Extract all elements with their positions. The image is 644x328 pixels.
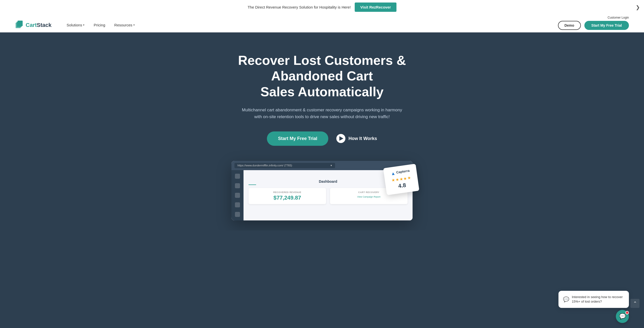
banner-text: The Direct Revenue Recovery Solution for… [248,5,351,9]
svg-rect-2 [18,21,23,26]
sidebar-nav-icon-2[interactable] [235,183,240,188]
star-2: ★ [395,177,399,182]
top-banner: The Direct Revenue Recovery Solution for… [0,0,644,14]
solutions-chevron-icon: ▾ [83,23,85,27]
banner-arrow-icon[interactable]: ❯ [636,4,640,10]
solutions-nav-link[interactable]: Solutions ▾ [67,23,85,27]
star-5: ★ [407,175,411,180]
hero-subtext: Multichannel cart abandonment & customer… [242,107,403,120]
star-4: ★ [403,176,407,181]
visit-rezrecover-button[interactable]: Visit RezRecover [355,3,396,12]
how-it-works-button[interactable]: How It Works [336,134,377,143]
recovered-revenue-card: RECOVERED REVENUE $77,249.87 [249,188,326,204]
navbar: Customer Login CartStack Solutions ▾ Pri… [0,14,644,32]
url-chevron-icon: ▾ [331,164,332,167]
resources-chevron-icon: ▾ [133,23,135,27]
dashboard-preview: https://www.dundermifflin.infinity.com/ … [231,161,413,220]
star-3: ★ [399,176,404,182]
sidebar-nav-icon-1[interactable] [235,174,240,179]
recovered-revenue-value: $77,249.87 [253,195,322,201]
nav-trial-button[interactable]: Start My Free Trial [584,21,629,30]
logo-icon [15,21,24,30]
dashboard-title: Dashboard [249,179,408,183]
dashboard-title-underline [249,184,256,185]
sidebar-nav-icon-3[interactable] [235,193,240,198]
dashboard-stats: RECOVERED REVENUE $77,249.87 CART RECOVE… [249,188,408,204]
logo-text: CartStack [26,22,52,28]
hero-heading: Recover Lost Customers & Abandoned Cart … [221,53,423,100]
browser-url: https://www.dundermifflin.infinity.com/ … [234,163,335,168]
nav-links: Solutions ▾ Pricing Resources ▾ [67,23,135,27]
pricing-nav-link[interactable]: Pricing [94,23,105,27]
dashboard-sidebar [231,170,244,220]
resources-nav-link[interactable]: Resources ▾ [114,23,135,27]
star-1: ★ [391,177,395,183]
dashboard-date: July 30, 2020 [249,174,408,177]
recovered-revenue-label: RECOVERED REVENUE [253,191,322,194]
logo-link[interactable]: CartStack [15,21,52,30]
customer-login-link[interactable]: Customer Login [608,14,629,19]
view-campaign-link[interactable]: View Campaign Report [334,196,404,198]
nav-actions: Demo Start My Free Trial [558,21,629,30]
demo-button[interactable]: Demo [558,21,581,30]
sidebar-nav-icon-4[interactable] [235,202,240,207]
hero-trial-button[interactable]: Start My Free Trial [267,131,328,146]
play-icon [336,134,345,143]
capterra-badge: ▲ Capterra ★ ★ ★ ★ ★ 4.8 [383,164,419,195]
hero-buttons: Start My Free Trial How It Works [267,131,377,146]
capterra-logo: Capterra [396,169,410,174]
sidebar-nav-icon-5[interactable] [235,212,240,217]
hero-section: Recover Lost Customers & Abandoned Cart … [0,32,644,230]
